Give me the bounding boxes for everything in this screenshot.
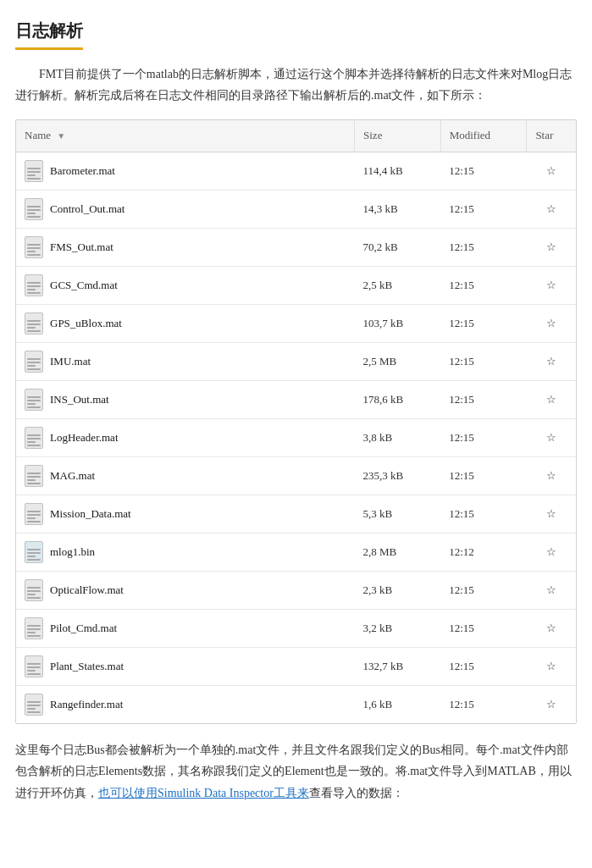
file-star[interactable]: ☆ <box>527 419 576 457</box>
file-star[interactable]: ☆ <box>527 305 576 343</box>
file-size: 5,3 kB <box>355 495 441 534</box>
file-star[interactable]: ☆ <box>527 267 576 305</box>
file-name[interactable]: mlog1.bin <box>50 544 95 561</box>
file-star[interactable]: ☆ <box>527 686 576 724</box>
file-modified: 12:15 <box>440 495 527 534</box>
table-header-row: Name ▼ Size Modified Star <box>16 120 576 152</box>
th-modified-label: Modified <box>450 129 490 141</box>
th-star[interactable]: Star <box>527 120 576 152</box>
file-size: 178,6 kB <box>355 381 441 419</box>
file-icon <box>25 389 43 411</box>
page-title: 日志解析 <box>15 17 83 44</box>
file-icon <box>25 312 43 334</box>
title-underline <box>15 47 83 50</box>
table-row: MAG.mat235,3 kB12:15☆ <box>16 457 576 495</box>
intro-paragraph: FMT目前提供了一个matlab的日志解析脚本，通过运行这个脚本并选择待解析的日… <box>15 64 577 106</box>
table-row: IMU.mat2,5 MB12:15☆ <box>16 343 576 381</box>
file-size: 3,8 kB <box>355 419 441 457</box>
file-star[interactable]: ☆ <box>527 229 576 267</box>
th-name-label: Name <box>25 129 51 141</box>
file-name[interactable]: OpticalFlow.mat <box>50 582 124 600</box>
table-row: GCS_Cmd.mat2,5 kB12:15☆ <box>16 267 576 305</box>
file-name[interactable]: Rangefinder.mat <box>50 696 123 714</box>
file-size: 235,3 kB <box>355 457 441 495</box>
th-modified[interactable]: Modified <box>440 120 527 152</box>
file-star[interactable]: ☆ <box>527 152 576 191</box>
file-icon <box>25 236 43 258</box>
file-name[interactable]: INS_Out.mat <box>50 391 109 409</box>
file-icon <box>25 541 43 563</box>
file-modified: 12:15 <box>440 457 527 495</box>
file-star[interactable]: ☆ <box>527 457 576 495</box>
th-name[interactable]: Name ▼ <box>16 120 355 152</box>
table-row: Mission_Data.mat5,3 kB12:15☆ <box>16 495 576 534</box>
file-icon <box>25 617 43 639</box>
file-modified: 12:15 <box>440 267 527 305</box>
file-name[interactable]: Barometer.mat <box>50 163 115 180</box>
th-size-label: Size <box>363 129 382 141</box>
file-star[interactable]: ☆ <box>527 343 576 381</box>
table-row: Barometer.mat114,4 kB12:15☆ <box>16 152 576 191</box>
file-star[interactable]: ☆ <box>527 534 576 572</box>
file-modified: 12:15 <box>440 572 527 610</box>
file-icon <box>25 655 43 677</box>
file-name[interactable]: MAG.mat <box>50 467 95 485</box>
file-icon <box>25 694 43 716</box>
file-table-container: Name ▼ Size Modified Star Barometer.m <box>15 119 577 724</box>
file-modified: 12:15 <box>440 343 527 381</box>
file-size: 103,7 kB <box>355 305 441 343</box>
file-star[interactable]: ☆ <box>527 610 576 648</box>
file-name[interactable]: GPS_uBlox.mat <box>50 315 122 333</box>
table-row: INS_Out.mat178,6 kB12:15☆ <box>16 381 576 419</box>
file-modified: 12:15 <box>440 229 527 267</box>
file-modified: 12:12 <box>440 534 527 572</box>
file-size: 2,3 kB <box>355 572 441 610</box>
file-table: Name ▼ Size Modified Star Barometer.m <box>16 120 576 723</box>
file-name[interactable]: Pilot_Cmd.mat <box>50 620 117 638</box>
sort-arrow: ▼ <box>57 130 65 143</box>
file-modified: 12:15 <box>440 610 527 648</box>
file-size: 2,5 kB <box>355 267 441 305</box>
table-row: LogHeader.mat3,8 kB12:15☆ <box>16 419 576 457</box>
file-icon <box>25 503 43 525</box>
file-modified: 12:15 <box>440 648 527 686</box>
file-size: 2,8 MB <box>355 534 441 572</box>
file-size: 3,2 kB <box>355 610 441 648</box>
file-icon <box>25 160 43 182</box>
file-star[interactable]: ☆ <box>527 648 576 686</box>
file-icon <box>25 198 43 220</box>
file-name[interactable]: Mission_Data.mat <box>50 506 131 523</box>
file-size: 114,4 kB <box>355 152 441 191</box>
file-icon <box>25 579 43 601</box>
table-row: Rangefinder.mat1,6 kB12:15☆ <box>16 686 576 724</box>
page-title-container: 日志解析 <box>15 17 577 50</box>
file-modified: 12:15 <box>440 152 527 191</box>
file-name[interactable]: GCS_Cmd.mat <box>50 277 118 295</box>
table-row: FMS_Out.mat70,2 kB12:15☆ <box>16 229 576 267</box>
footer-paragraph: 这里每个日志Bus都会被解析为一个单独的.mat文件，并且文件名跟我们定义的Bu… <box>15 744 572 799</box>
file-name[interactable]: LogHeader.mat <box>50 429 119 447</box>
footer-text: 这里每个日志Bus都会被解析为一个单独的.mat文件，并且文件名跟我们定义的Bu… <box>15 739 577 804</box>
table-row: Control_Out.mat14,3 kB12:15☆ <box>16 191 576 229</box>
footer-link[interactable]: 也可以使用Simulink Data Inspector工具来 <box>98 787 309 799</box>
table-row: GPS_uBlox.mat103,7 kB12:15☆ <box>16 305 576 343</box>
table-row: Plant_States.mat132,7 kB12:15☆ <box>16 648 576 686</box>
file-size: 2,5 MB <box>355 343 441 381</box>
table-row: Pilot_Cmd.mat3,2 kB12:15☆ <box>16 610 576 648</box>
th-size[interactable]: Size <box>355 120 441 152</box>
file-star[interactable]: ☆ <box>527 495 576 534</box>
file-name[interactable]: Control_Out.mat <box>50 201 124 218</box>
file-name[interactable]: IMU.mat <box>50 353 91 371</box>
file-star[interactable]: ☆ <box>527 381 576 419</box>
file-name[interactable]: Plant_States.mat <box>50 658 124 676</box>
file-modified: 12:15 <box>440 419 527 457</box>
file-size: 1,6 kB <box>355 686 441 724</box>
file-modified: 12:15 <box>440 686 527 724</box>
file-size: 14,3 kB <box>355 191 441 229</box>
file-star[interactable]: ☆ <box>527 572 576 610</box>
file-size: 132,7 kB <box>355 648 441 686</box>
file-icon <box>25 351 43 373</box>
file-name[interactable]: FMS_Out.mat <box>50 239 113 257</box>
table-row: mlog1.bin2,8 MB12:12☆ <box>16 534 576 572</box>
file-star[interactable]: ☆ <box>527 191 576 229</box>
